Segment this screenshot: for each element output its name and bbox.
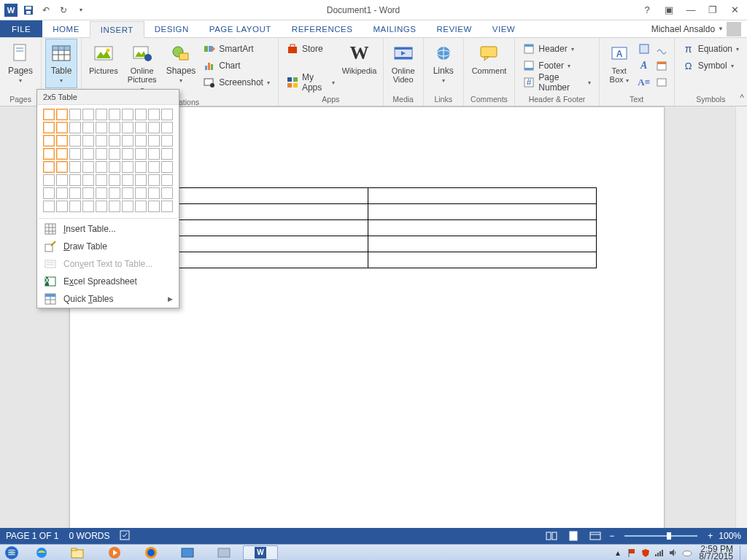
table-grid-cell[interactable] <box>148 148 160 160</box>
date-time-button[interactable] <box>654 58 670 74</box>
header-button[interactable]: Header ▾ <box>519 41 594 57</box>
table-grid-cell[interactable] <box>161 109 173 120</box>
draw-table-menu[interactable]: Draw Table <box>37 238 179 255</box>
table-grid-cell[interactable] <box>96 201 107 212</box>
table-grid-cell[interactable] <box>69 109 81 120</box>
table-grid-cell[interactable] <box>82 135 94 147</box>
table-grid-cell[interactable] <box>43 148 55 160</box>
table-grid-cell[interactable] <box>69 135 81 147</box>
comment-button[interactable]: Comment <box>468 39 511 77</box>
zoom-in-button[interactable]: + <box>708 531 713 541</box>
table-grid-cell[interactable] <box>69 187 81 199</box>
table-grid-cell[interactable] <box>135 161 147 173</box>
table-grid-cell[interactable] <box>135 187 147 199</box>
zoom-level[interactable]: 100% <box>719 531 741 541</box>
table-grid-cell[interactable] <box>122 122 133 133</box>
table-grid-cell[interactable] <box>82 161 94 173</box>
table-grid-cell[interactable] <box>96 161 107 173</box>
table-grid-cell[interactable] <box>148 109 160 120</box>
table-grid-cell[interactable] <box>109 161 120 173</box>
table-grid-cell[interactable] <box>96 109 107 120</box>
store-button[interactable]: Store <box>283 41 338 57</box>
table-grid-cell[interactable] <box>43 174 55 186</box>
help-icon[interactable]: ? <box>639 4 655 17</box>
table-grid-cell[interactable] <box>122 148 133 160</box>
table-grid-cell[interactable] <box>96 148 107 160</box>
table-grid-cell[interactable] <box>109 135 120 147</box>
quick-parts-button[interactable] <box>636 41 652 57</box>
table-grid-cell[interactable] <box>148 135 160 147</box>
minimize-button[interactable]: — <box>683 4 699 17</box>
equation-button[interactable]: πEquation ▾ <box>679 41 743 57</box>
table-grid-cell[interactable] <box>122 135 133 147</box>
table-grid-cell[interactable] <box>161 187 173 199</box>
drop-cap-button[interactable]: A≡ <box>636 74 652 90</box>
table-grid-cell[interactable] <box>135 135 147 147</box>
table-grid-cell[interactable] <box>109 201 120 212</box>
signature-line-button[interactable] <box>654 41 670 57</box>
zoom-slider[interactable] <box>624 535 697 537</box>
chart-button[interactable]: Chart <box>200 58 274 74</box>
close-button[interactable]: ✕ <box>727 4 743 17</box>
table-grid-cell[interactable] <box>43 122 55 133</box>
table-grid-cell[interactable] <box>69 148 81 160</box>
table-grid-cell[interactable] <box>122 174 133 186</box>
read-mode-icon[interactable] <box>543 529 560 542</box>
redo-button[interactable]: ↻ <box>57 4 70 17</box>
table-grid-cell[interactable] <box>82 122 94 133</box>
task-app1[interactable] <box>170 545 205 560</box>
table-grid-cell[interactable] <box>122 201 133 212</box>
table-grid-cell[interactable] <box>135 122 147 133</box>
text-box-button[interactable]: A TextBox ▾ <box>604 39 635 88</box>
table-grid-cell[interactable] <box>148 161 160 173</box>
table-grid-cell[interactable] <box>161 201 173 212</box>
table-grid-cell[interactable] <box>56 187 68 199</box>
insert-table-menu[interactable]: Insert Table... <box>37 220 179 238</box>
table-button[interactable]: Table▾ <box>46 39 77 88</box>
save-button[interactable] <box>22 4 35 17</box>
table-grid-cell[interactable] <box>69 201 81 212</box>
tab-view[interactable]: VIEW <box>482 20 525 37</box>
table-grid-cell[interactable] <box>43 187 55 199</box>
screenshot-button[interactable]: Screenshot ▾ <box>200 74 274 90</box>
pictures-button[interactable]: Pictures <box>86 39 121 77</box>
tab-insert[interactable]: INSERT <box>90 21 144 38</box>
table-grid-cell[interactable] <box>82 187 94 199</box>
task-app2[interactable] <box>206 545 241 560</box>
tab-page-layout[interactable]: PAGE LAYOUT <box>199 20 282 37</box>
table-grid-cell[interactable] <box>82 148 94 160</box>
table-grid-cell[interactable] <box>96 135 107 147</box>
footer-button[interactable]: Footer ▾ <box>519 58 594 74</box>
table-grid-cell[interactable] <box>122 161 133 173</box>
table-grid-cell[interactable] <box>96 122 107 133</box>
table-grid-cell[interactable] <box>43 201 55 212</box>
table-grid-cell[interactable] <box>109 122 120 133</box>
page-indicator[interactable]: PAGE 1 OF 1 <box>6 531 58 541</box>
table-grid-cell[interactable] <box>148 174 160 186</box>
page-number-button[interactable]: #Page Number ▾ <box>519 74 594 90</box>
tab-review[interactable]: REVIEW <box>426 20 481 37</box>
table-grid-cell[interactable] <box>82 109 94 120</box>
table-grid-cell[interactable] <box>56 161 68 173</box>
start-button[interactable] <box>0 545 23 561</box>
table-grid-cell[interactable] <box>161 122 173 133</box>
table-grid-cell[interactable] <box>56 109 68 120</box>
table-grid-cell[interactable] <box>135 109 147 120</box>
table-grid-cell[interactable] <box>109 187 120 199</box>
table-grid-cell[interactable] <box>69 122 81 133</box>
inserted-table[interactable] <box>139 187 597 268</box>
wordart-button[interactable]: A <box>636 58 652 74</box>
table-grid-cell[interactable] <box>135 174 147 186</box>
smartart-button[interactable]: SmartArt <box>200 41 274 57</box>
online-video-button[interactable]: OnlineVideo <box>388 39 419 86</box>
wifi-icon[interactable] <box>654 548 665 558</box>
qat-customize[interactable]: ▾ <box>74 4 88 17</box>
zoom-out-button[interactable]: − <box>609 531 614 541</box>
collapse-ribbon-icon[interactable]: ^ <box>740 93 744 103</box>
table-grid-cell[interactable] <box>56 148 68 160</box>
ribbon-options-icon[interactable]: ▣ <box>661 4 677 17</box>
shapes-button[interactable]: Shapes▾ <box>163 39 198 88</box>
table-grid-cell[interactable] <box>109 109 120 120</box>
table-grid-cell[interactable] <box>161 174 173 186</box>
table-grid-cell[interactable] <box>161 148 173 160</box>
